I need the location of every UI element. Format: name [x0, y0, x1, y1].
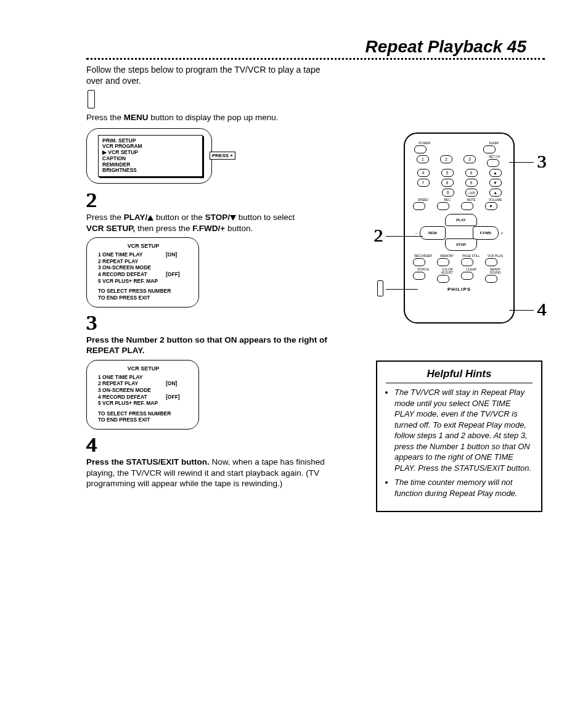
osd-row: 1 ONE TIME PLAY [98, 374, 166, 381]
plus100-button: +100 [465, 189, 478, 197]
hint-item: The TV/VCR will stay in Repeat Play mode… [394, 387, 533, 473]
play-button: PLAY [445, 214, 477, 226]
power-button [414, 145, 427, 153]
step-4-text: Press the STATUS/EXIT button. Now, when … [86, 457, 351, 489]
num-button: 4 [417, 169, 430, 177]
step-1-text: Press the MENU button to display the pop… [86, 112, 351, 123]
play-pad: PLAY –REW F.FWD+ STOP [411, 214, 507, 251]
num-button: 0 [442, 189, 454, 197]
osd-value: [ON] [166, 251, 177, 258]
osd-footer: TO SELECT PRESS NUMBER [98, 288, 191, 294]
osd-row: 5 VCR PLUS+ REF. MAP [98, 278, 166, 285]
num-button: 2 [440, 155, 452, 163]
btn-label: STATUS [413, 268, 434, 271]
down-triangle-icon [230, 215, 236, 221]
num-button: 9 [465, 179, 478, 187]
callout-line [386, 236, 423, 237]
btn-label: SPEED [413, 198, 434, 202]
num-button: 7 [417, 179, 430, 187]
osd-row: 2 REPEAT PLAY [98, 380, 166, 387]
btn-label: REC [437, 198, 458, 202]
btn-label: COLOR ADJUST [437, 268, 458, 274]
step-3-number: 3 [86, 312, 97, 333]
mute-button [461, 202, 473, 210]
hints-title: Helpful Hints [386, 368, 533, 383]
intro-text: Follow the steps below to program the TV… [86, 65, 339, 86]
osd-value: [ON] [166, 380, 177, 387]
brand-label: PHILIPS [411, 287, 507, 292]
callout-line [509, 162, 534, 163]
setch-button [487, 159, 499, 167]
osd-value: [OFF] [166, 394, 180, 401]
memory-button [437, 258, 449, 266]
osd-title: VCR SETUP [96, 243, 191, 249]
step-4-number: 4 [86, 434, 97, 455]
osd-row: 4 RECORD DEFEAT [98, 394, 166, 401]
btn-label: VOLUME [485, 198, 506, 202]
btn-label: PAGE STILL [461, 255, 482, 258]
callout-2: 2 [374, 225, 383, 246]
num-button: 1 [417, 155, 429, 163]
rew-button: –REW [420, 226, 446, 240]
btn-label: MEMORY [437, 255, 458, 258]
btn-label: POWER [414, 142, 435, 145]
btn-label: VCR PLUS [485, 255, 506, 258]
speed-button [413, 202, 425, 210]
osd-main-menu: PRIM. SETUP VCR PROGRAM ▶ VCR SETUP CAPT… [86, 128, 212, 184]
callout-4: 4 [537, 299, 546, 320]
callout-1: 1 [377, 280, 383, 296]
osd-title: VCR SETUP [96, 365, 191, 372]
step-1-marker [88, 90, 95, 108]
remote-control-diagram: POWER SLEEP 1 2 3 SET CH 4 5 6 ▲ [404, 132, 515, 324]
illustration-column: POWER SLEEP 1 2 3 SET CH 4 5 6 ▲ [376, 65, 542, 512]
channel-up-button: ▲ [489, 169, 502, 177]
pagestill-button [461, 258, 473, 266]
osd-value: [OFF] [166, 271, 180, 278]
num-button: 8 [441, 179, 454, 187]
osd-vcr-setup-2: VCR SETUP 1 ONE TIME PLAY 2 REPEAT PLAY[… [86, 360, 199, 430]
btn-label: RECORDER [413, 255, 434, 258]
color-adjust-button [437, 275, 449, 283]
step-2-text: Press the PLAY/ button or the STOP/ butt… [86, 212, 351, 234]
num-button: 3 [463, 155, 476, 163]
osd-row: 3 ON-SCREEN MODE [98, 264, 166, 271]
osd-footer: TO SELECT PRESS NUMBER [98, 410, 191, 417]
osd-footer: TO END PRESS EXIT [98, 295, 191, 301]
osd-row: 5 VCR PLUS+ REF. MAP [98, 400, 166, 407]
vcrplus-button [485, 258, 497, 266]
manual-page: Repeat Playback 45 Follow the steps belo… [0, 0, 588, 721]
clear-button [461, 272, 473, 280]
status-exit-button [413, 272, 425, 280]
instructions-column: Follow the steps below to program the TV… [86, 65, 351, 489]
stop-button: STOP [445, 238, 477, 251]
rec-button [437, 202, 449, 210]
callout-3: 3 [537, 151, 546, 172]
menu-button: ▲ [489, 189, 502, 197]
press-plus-label: PRESS + [210, 152, 235, 160]
page-title: Repeat Playback 45 [86, 37, 545, 57]
sleep-button [483, 145, 496, 153]
callout-line [386, 289, 418, 290]
btn-label: SMART SOUND [485, 268, 506, 274]
step-2-number: 2 [86, 190, 97, 211]
menu-item: BRIGHTNESS [102, 168, 198, 174]
hint-item: The time counter memory will not functio… [394, 477, 533, 499]
num-button: 5 [441, 169, 454, 177]
volume-button: ▼ [485, 202, 497, 210]
helpful-hints-box: Helpful Hints The TV/VCR will stay in Re… [376, 360, 542, 512]
channel-down-button: ▼ [489, 179, 502, 187]
osd-footer: TO END PRESS EXIT [98, 417, 191, 423]
btn-label: CLEAR [461, 268, 482, 271]
ffwd-button: F.FWD+ [473, 226, 499, 240]
callout-line [509, 310, 534, 311]
btn-label: SET CH [487, 155, 502, 158]
divider [86, 58, 545, 60]
osd-row: 1 ONE TIME PLAY [98, 251, 166, 258]
osd-row: 4 RECORD DEFEAT [98, 271, 166, 278]
smartsound-button [485, 275, 497, 283]
step-3-text: Press the Number 2 button so that ON app… [86, 335, 351, 356]
num-button: 6 [465, 169, 478, 177]
osd-row: 3 ON-SCREEN MODE [98, 387, 166, 394]
up-triangle-icon [147, 215, 153, 221]
osd-vcr-setup-1: VCR SETUP 1 ONE TIME PLAY[ON] 2 REPEAT P… [86, 237, 199, 308]
